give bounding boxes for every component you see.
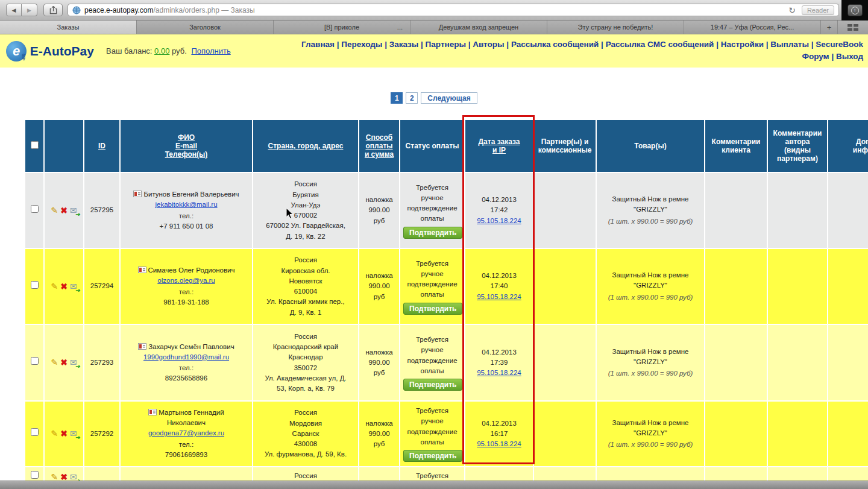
nav-glavnaya[interactable]: Главная (301, 40, 335, 49)
edit-icon[interactable]: ✎ (51, 282, 58, 291)
nav-forum[interactable]: Форум (802, 52, 829, 61)
tab-stranu[interactable]: Эту страну не победить! (547, 21, 684, 34)
address-bar[interactable]: peace.e-autopay.com/adminka/orders.php —… (68, 4, 839, 16)
order-date: 04.12.2013 (468, 347, 530, 358)
back-button[interactable]: ◀ (6, 4, 22, 16)
forward-icon: ▶ (27, 7, 31, 13)
customer-name-text: Мартынов Геннадий Николаевич (159, 409, 224, 426)
customer-email-link[interactable]: jekabitokkk@mail.ru (155, 201, 217, 208)
partner-cell (534, 325, 596, 400)
confirm-button[interactable]: Подтвердить (403, 303, 462, 315)
customer-phone: 89235658896 (124, 373, 249, 383)
nav-nastroyki[interactable]: Настройки (716, 40, 764, 49)
status-text: Требуетсяручноеподтверждениеоплаты (403, 406, 461, 447)
forward-mail-icon[interactable]: ✉➔ (70, 280, 77, 293)
delete-icon[interactable]: ✖ (60, 358, 68, 367)
ip-link[interactable]: 95.105.18.224 (477, 369, 521, 376)
topup-link[interactable]: Пополнить (191, 46, 230, 55)
customer-email-link[interactable]: olzons.oleg@ya.ru (157, 277, 215, 284)
corner-circle-button[interactable]: ↑ (848, 4, 863, 16)
site-header: e ✎ E-AutoPay Ваш баланс: 0.00 руб. Попо… (0, 34, 868, 68)
vcard-icon (148, 409, 157, 415)
brand-logo[interactable]: e ✎ E-AutoPay (6, 40, 94, 62)
tab-ufa[interactable]: 19:47 – Уфа (Россия, Рес... (684, 21, 821, 34)
nav-avtory[interactable]: Авторы (468, 40, 505, 49)
author-comment-cell (768, 173, 827, 248)
extra-info-cell (828, 325, 868, 400)
status-cell: Требуетсяручноеподтверждениеоплаты Подтв… (400, 173, 464, 248)
sort-address-link[interactable]: Страна, город, адрес (254, 142, 357, 150)
next-page-button[interactable]: Следующая (421, 92, 477, 104)
sort-fio-link[interactable]: ФИО (122, 133, 251, 142)
sort-id-link[interactable]: ID (86, 142, 118, 150)
forward-mail-icon[interactable]: ✉➔ (70, 427, 77, 440)
tab-zakazy[interactable]: Заказы (0, 21, 137, 34)
extra-info-label: Допол (829, 137, 868, 146)
tab-zagolovok[interactable]: Заголовок (137, 21, 274, 34)
page-1-button[interactable]: 1 (391, 92, 403, 104)
forward-mail-icon[interactable]: ✉➔ (70, 204, 77, 217)
share-button[interactable] (43, 4, 63, 16)
nav-vykhod[interactable]: Выход (831, 52, 863, 61)
status-text: Требуетсяручноеподтверждениеоплаты (403, 259, 461, 300)
balance-amount-link[interactable]: 0.00 (154, 46, 169, 55)
ip-link[interactable]: 95.105.18.224 (477, 217, 521, 224)
sort-email-link[interactable]: E-mail (122, 142, 251, 150)
row-checkbox[interactable] (31, 471, 39, 479)
page-2-button[interactable]: 2 (406, 92, 418, 104)
edit-icon[interactable]: ✎ (51, 206, 58, 215)
customer-phone: 79061669893 (124, 450, 249, 460)
nav-vyplaty[interactable]: Выплаты (766, 40, 809, 49)
delete-icon[interactable]: ✖ (60, 206, 68, 215)
delete-icon[interactable]: ✖ (60, 429, 68, 438)
sort-payment-link[interactable]: Способ (360, 133, 398, 142)
green-arrow-icon: ➔ (75, 286, 80, 295)
order-id: 257293 (84, 325, 119, 400)
customer-email-link[interactable]: goodgena77@yandex.ru (148, 429, 224, 437)
reader-button[interactable]: Reader (802, 5, 834, 15)
confirm-button[interactable]: Подтвердить (403, 227, 462, 239)
new-tab-button[interactable]: + (821, 21, 838, 34)
tab-devushkam[interactable]: Девушкам вход запрещен (410, 21, 547, 34)
sort-payment-link[interactable]: и сумма (360, 150, 398, 159)
phone-label: тел.: (124, 363, 249, 373)
delete-icon[interactable]: ✖ (60, 282, 68, 291)
sort-date-link[interactable]: и IP (467, 146, 532, 154)
reload-icon[interactable]: ↻ (788, 5, 802, 15)
nav-perekhody[interactable]: Переходы (337, 40, 383, 49)
sort-phone-link[interactable]: Телефон(ы) (122, 150, 251, 159)
row-checkbox[interactable] (31, 281, 39, 289)
tab-overview-button[interactable] (838, 21, 868, 34)
product-detail: (1 шт. x 990.00 = 990 руб) (600, 368, 701, 379)
nav-rassylka-sms[interactable]: Рассылка СМС сообщений (601, 40, 714, 49)
edit-icon[interactable]: ✎ (51, 358, 58, 367)
forward-button[interactable]: ▶ (22, 4, 37, 16)
nav-securebook[interactable]: SecureBook (811, 40, 863, 49)
confirm-button[interactable]: Подтвердить (403, 379, 462, 391)
customer-name-text: Симачев Олег Родионович (148, 267, 235, 274)
nav-rassylka[interactable]: Рассылка сообщений (506, 40, 599, 49)
bottom-bar (0, 481, 868, 489)
row-checkbox[interactable] (31, 357, 39, 365)
forward-mail-icon[interactable]: ✉➔ (70, 356, 77, 369)
row-actions-cell: ✎✖✉➔ (45, 173, 83, 248)
tab-prikole[interactable]: [В] приколе... (274, 21, 410, 34)
customer-email-link[interactable]: 1990godhund1990@mail.ru (143, 353, 229, 361)
client-comment-cell (705, 249, 767, 324)
nav-zakazy[interactable]: Заказы (385, 40, 418, 49)
client-comments-header-cell: Комментарии клиента (705, 120, 767, 172)
tab-title: Заголовок (189, 24, 221, 31)
ip-link[interactable]: 95.105.18.224 (477, 293, 521, 300)
edit-icon[interactable]: ✎ (51, 429, 58, 438)
order-time: 16:17 (468, 429, 530, 439)
partner-cell (534, 173, 596, 248)
row-checkbox[interactable] (31, 205, 39, 213)
sort-payment-link[interactable]: оплаты (360, 142, 398, 150)
row-checkbox[interactable] (31, 428, 39, 436)
author-comments-header-cell: Комментарии автора (видны партнерам) (768, 120, 827, 172)
ip-link[interactable]: 95.105.18.224 (477, 440, 521, 447)
select-all-checkbox[interactable] (31, 141, 39, 149)
confirm-button[interactable]: Подтвердить (403, 450, 462, 462)
nav-partnery[interactable]: Партнеры (421, 40, 466, 49)
sort-date-link[interactable]: Дата заказа (467, 137, 532, 146)
